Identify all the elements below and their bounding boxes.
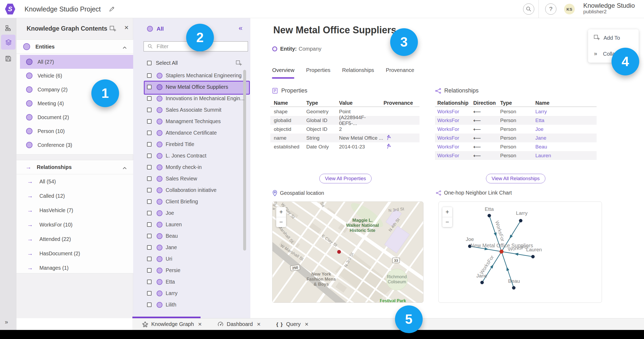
item-checkbox[interactable] — [147, 73, 152, 78]
sidebar-item-relationship[interactable]: →HasVehicle (7) — [17, 203, 133, 217]
related-entity-link[interactable]: Jane — [535, 135, 597, 141]
list-item[interactable]: Larry — [133, 288, 250, 299]
list-item[interactable]: Innovations in Mechanical Engin... — [133, 93, 250, 104]
list-item[interactable]: Staplers Mechanical Engineering — [133, 70, 250, 81]
bottom-tab-dashboard[interactable]: Dashboard✕ — [217, 321, 261, 328]
list-item[interactable]: Lauren — [133, 219, 250, 230]
related-entity-link[interactable]: Beau — [535, 144, 597, 150]
zoom-out-button[interactable]: − — [276, 217, 286, 227]
relationship-link[interactable]: WorksFor — [437, 126, 473, 132]
relationship-link[interactable]: WorksFor — [437, 144, 473, 150]
related-entity-link[interactable]: Joe — [535, 126, 597, 132]
list-item[interactable]: L. Jones Contract — [133, 150, 250, 162]
bottom-tab-knowledge-graph[interactable]: Knowledge Graph✕ — [142, 321, 202, 328]
item-checkbox[interactable] — [147, 199, 152, 204]
person-node[interactable] — [488, 214, 491, 217]
item-checkbox[interactable] — [147, 96, 152, 101]
sidebar-item-entity[interactable]: Document (2) — [17, 110, 133, 124]
list-item[interactable]: Joe — [133, 207, 250, 219]
item-checkbox[interactable] — [147, 154, 152, 158]
schema-tree-icon[interactable] — [5, 25, 12, 33]
center-entity-node[interactable] — [500, 250, 504, 254]
item-checkbox[interactable] — [147, 280, 152, 284]
list-item[interactable]: Beau — [133, 230, 250, 242]
person-node[interactable] — [512, 286, 516, 290]
item-checkbox[interactable] — [147, 131, 152, 135]
relationship-link[interactable]: WorksFor — [437, 118, 473, 123]
item-checkbox[interactable] — [147, 165, 152, 170]
item-checkbox[interactable] — [147, 257, 152, 261]
view-all-relationships-button[interactable]: View All Relationships — [486, 174, 545, 183]
zoom-in-button[interactable]: + — [276, 207, 286, 217]
select-all-checkbox[interactable] — [147, 61, 152, 65]
item-checkbox[interactable] — [147, 268, 152, 273]
user-block[interactable]: Knowledge Studio publisher2 — [583, 2, 635, 14]
save-icon[interactable] — [5, 55, 12, 63]
list-item[interactable]: Firebird Title — [133, 139, 250, 150]
list-item[interactable]: Jane — [133, 242, 250, 253]
sidebar-item-relationship[interactable]: →HasDocument (2) — [17, 246, 133, 261]
provenance-flag-icon[interactable] — [386, 144, 391, 150]
list-item[interactable]: Sales Associate Summit — [133, 104, 250, 116]
help-icon[interactable]: ? — [545, 3, 556, 15]
chevron-up-icon[interactable] — [123, 166, 127, 171]
item-checkbox[interactable] — [147, 302, 152, 307]
chevron-up-icon[interactable] — [123, 45, 127, 50]
close-tab-icon[interactable]: ✕ — [305, 321, 309, 327]
list-item[interactable]: Montly check-in — [133, 162, 250, 173]
item-checkbox[interactable] — [147, 234, 152, 238]
list-item[interactable]: Collaboration initiative — [133, 184, 250, 196]
sidebar-item-entity[interactable]: All (27) — [17, 55, 133, 69]
person-node[interactable] — [519, 219, 523, 223]
tab-provenance[interactable]: Provenance — [386, 67, 414, 73]
list-item[interactable]: Client Briefing — [133, 196, 250, 207]
one-hop-link-chart[interactable]: EttaLarryJoeLaurenJaneBeauNew Metal Offi… — [438, 201, 602, 303]
sidebar-item-entity[interactable]: Person (10) — [17, 124, 133, 138]
list-item[interactable]: Managment Techniques — [133, 116, 250, 127]
list-item[interactable]: Attendance Certificate — [133, 127, 250, 139]
related-entity-link[interactable]: Etta — [535, 118, 597, 123]
sidebar-item-entity[interactable]: Vehicle (6) — [17, 69, 133, 83]
avatar[interactable]: KS — [564, 4, 575, 14]
item-checkbox[interactable] — [147, 245, 152, 250]
view-all-properties-button[interactable]: View All Properties — [319, 174, 372, 183]
related-entity-link[interactable]: Larry — [535, 109, 597, 115]
sidebar-item-relationship[interactable]: →All (54) — [17, 174, 133, 189]
close-tab-icon[interactable]: ✕ — [198, 321, 202, 327]
geospatial-map[interactable]: k RoW Clay StSaMarshall StW Marshall StE… — [272, 201, 423, 303]
bottom-tab-query[interactable]: { }Query✕ — [276, 321, 309, 327]
item-checkbox[interactable] — [147, 85, 152, 89]
close-tab-icon[interactable]: ✕ — [257, 321, 261, 327]
item-checkbox[interactable] — [147, 142, 152, 147]
list-item[interactable]: Lilith — [133, 299, 250, 310]
search-icon[interactable] — [523, 3, 534, 15]
person-node[interactable] — [531, 255, 535, 259]
list-item[interactable]: Persie — [133, 265, 250, 276]
provenance-flag-icon[interactable] — [386, 136, 391, 141]
sidebar-item-relationship[interactable]: →Manages (1) — [17, 261, 133, 275]
collapse-panel-icon[interactable]: « — [239, 25, 242, 31]
tab-overview[interactable]: Overview — [272, 67, 294, 73]
zoom-in-button[interactable]: + — [442, 207, 452, 217]
relationship-link[interactable]: WorksFor — [437, 135, 473, 141]
item-checkbox[interactable] — [147, 176, 152, 181]
item-checkbox[interactable] — [147, 211, 152, 215]
close-panel-icon[interactable]: ✕ — [124, 25, 129, 31]
tab-relationships[interactable]: Relationships — [342, 67, 374, 73]
relationship-link[interactable]: WorksFor — [437, 109, 473, 115]
item-checkbox[interactable] — [147, 108, 152, 112]
item-checkbox[interactable] — [147, 291, 152, 296]
add-to-new-window-icon[interactable] — [109, 25, 116, 33]
item-checkbox[interactable] — [147, 119, 152, 124]
list-item[interactable]: Sales Review — [133, 173, 250, 184]
sidebar-item-relationship[interactable]: →Called (12) — [17, 189, 133, 203]
zoom-out-button[interactable]: − — [442, 217, 452, 227]
expand-panel-chevrons-icon[interactable]: » — [5, 319, 8, 326]
relationships-section-header[interactable]: → Relationships — [17, 160, 133, 174]
related-entity-link[interactable]: Lauren — [535, 153, 597, 159]
item-checkbox[interactable] — [147, 188, 152, 192]
list-item[interactable]: New Metal Office Suppliers — [133, 81, 250, 93]
sidebar-item-entity[interactable]: Conference (3) — [17, 138, 133, 152]
list-item[interactable]: Uri — [133, 253, 250, 265]
layers-icon[interactable] — [5, 39, 12, 47]
